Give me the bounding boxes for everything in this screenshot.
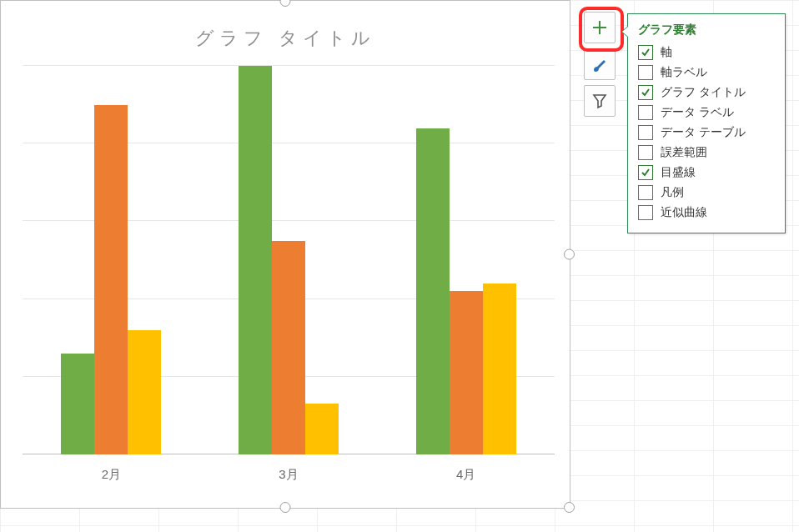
chart-styles-button[interactable]: [584, 48, 616, 80]
category-label: 4月: [456, 467, 475, 483]
checkbox[interactable]: [638, 85, 653, 100]
chart-elements-flyout: グラフ要素 軸軸ラベルグラフ タイトルデータ ラベルデータ テーブル誤差範囲目盛…: [627, 13, 786, 233]
checkbox[interactable]: [638, 105, 653, 120]
checkbox[interactable]: [638, 185, 653, 200]
chart-title[interactable]: グラフ タイトル: [8, 26, 563, 51]
plot-area[interactable]: [23, 66, 555, 454]
chart-element-option[interactable]: グラフ タイトル: [638, 83, 775, 103]
chart-elements-button[interactable]: [584, 12, 616, 43]
bar[interactable]: [450, 291, 483, 454]
bar-group[interactable]: [23, 66, 199, 454]
resize-handle-top[interactable]: [280, 0, 291, 7]
checkbox[interactable]: [638, 205, 653, 220]
chart-element-option[interactable]: 目盛線: [638, 163, 775, 183]
chart-element-option[interactable]: 軸ラベル: [638, 63, 775, 83]
plus-icon: [591, 19, 608, 36]
resize-handle-bottom[interactable]: [280, 502, 291, 513]
option-label: 軸: [661, 45, 672, 60]
option-label: 誤差範囲: [661, 145, 707, 160]
option-label: 近似曲線: [661, 205, 707, 220]
chart-object[interactable]: グラフ タイトル 2月3月4月: [0, 0, 570, 509]
chart-side-toolbar: [584, 12, 616, 117]
chart-element-option[interactable]: 軸: [638, 43, 775, 63]
bar[interactable]: [483, 284, 516, 454]
category-label: 2月: [102, 467, 121, 483]
chart-element-option[interactable]: 誤差範囲: [638, 143, 775, 163]
chart-element-option[interactable]: データ テーブル: [638, 123, 775, 143]
funnel-icon: [591, 93, 608, 109]
resize-handle-bottom-right[interactable]: [564, 502, 575, 513]
option-label: 目盛線: [661, 165, 696, 180]
bar[interactable]: [272, 241, 305, 454]
flyout-title: グラフ要素: [628, 14, 785, 43]
bar[interactable]: [305, 404, 339, 454]
bar-group[interactable]: [200, 66, 377, 454]
option-label: 軸ラベル: [661, 65, 707, 80]
bar[interactable]: [94, 105, 128, 454]
checkbox[interactable]: [638, 65, 653, 80]
resize-handle-right[interactable]: [564, 249, 575, 260]
bar[interactable]: [416, 128, 450, 454]
option-label: 凡例: [661, 185, 684, 200]
checkbox[interactable]: [638, 145, 653, 160]
checkbox[interactable]: [638, 165, 653, 180]
brush-icon: [591, 56, 608, 73]
chart-element-option[interactable]: 近似曲線: [638, 203, 775, 223]
bar[interactable]: [61, 354, 94, 454]
checkbox[interactable]: [638, 125, 653, 140]
checkbox[interactable]: [638, 45, 653, 60]
bar[interactable]: [128, 330, 161, 454]
chart-element-option[interactable]: 凡例: [638, 183, 775, 203]
chart-element-option[interactable]: データ ラベル: [638, 103, 775, 123]
bar[interactable]: [239, 66, 272, 454]
option-label: データ ラベル: [661, 105, 734, 120]
option-label: データ テーブル: [661, 125, 746, 140]
option-label: グラフ タイトル: [661, 85, 746, 100]
category-label: 3月: [279, 467, 298, 483]
chart-filters-button[interactable]: [584, 85, 616, 117]
bar-group[interactable]: [377, 66, 554, 454]
category-axis-labels: 2月3月4月: [23, 467, 555, 483]
